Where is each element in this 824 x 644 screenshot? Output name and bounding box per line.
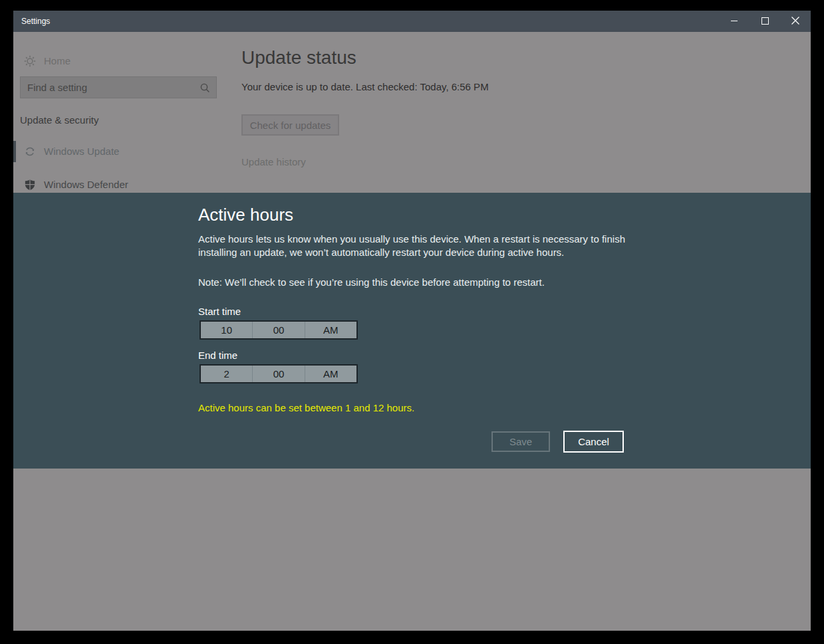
- window-controls: [719, 11, 811, 32]
- update-status-text: Your device is up to date. Last checked:…: [241, 81, 489, 92]
- close-button[interactable]: [780, 11, 811, 32]
- cancel-button[interactable]: Cancel: [563, 431, 624, 453]
- start-minute-select[interactable]: 00: [252, 322, 304, 338]
- page-title: Update status: [241, 47, 356, 68]
- end-period-select[interactable]: AM: [305, 366, 356, 382]
- minimize-button[interactable]: [719, 11, 750, 32]
- end-minute-select[interactable]: 00: [252, 366, 304, 382]
- start-time-picker: 10 00 AM: [200, 320, 358, 340]
- settings-window: Settings: [13, 11, 811, 631]
- warning-message: Active hours can be set between 1 and 12…: [198, 402, 414, 413]
- end-time-picker: 2 00 AM: [200, 364, 358, 383]
- search-icon: [200, 82, 210, 93]
- minimize-icon: [731, 15, 738, 27]
- sidebar-windows-update-label: Windows Update: [44, 141, 119, 162]
- save-button[interactable]: Save: [491, 431, 550, 452]
- start-time-label: Start time: [198, 306, 241, 317]
- selected-indicator: [13, 141, 16, 162]
- sidebar-home-label: Home: [44, 51, 70, 72]
- end-hour-select[interactable]: 2: [201, 366, 252, 382]
- sidebar-section-label: Update & security: [20, 114, 98, 126]
- sidebar-item-home[interactable]: Home: [13, 51, 233, 72]
- dialog-description: Active hours lets us know when you usual…: [198, 233, 627, 259]
- gear-icon: [24, 55, 36, 67]
- window-title: Settings: [21, 11, 50, 32]
- active-hours-dialog: Active hours Active hours lets us know w…: [13, 193, 811, 469]
- close-icon: [791, 15, 799, 27]
- dialog-note: Note: We’ll check to see if you’re using…: [198, 276, 627, 288]
- shield-icon: [24, 179, 36, 191]
- maximize-icon: [761, 15, 769, 27]
- start-period-select[interactable]: AM: [305, 322, 356, 338]
- check-for-updates-button[interactable]: Check for updates: [241, 114, 339, 136]
- titlebar: Settings: [13, 11, 811, 32]
- maximize-button[interactable]: [750, 11, 780, 32]
- dialog-title: Active hours: [198, 205, 293, 225]
- sync-icon: [24, 146, 36, 158]
- end-time-label: End time: [198, 350, 237, 361]
- update-history-link[interactable]: Update history: [241, 156, 306, 167]
- search-input[interactable]: [21, 77, 195, 98]
- search-box: [20, 76, 217, 98]
- start-hour-select[interactable]: 10: [201, 322, 252, 338]
- sidebar-item-windows-update[interactable]: Windows Update: [13, 141, 233, 162]
